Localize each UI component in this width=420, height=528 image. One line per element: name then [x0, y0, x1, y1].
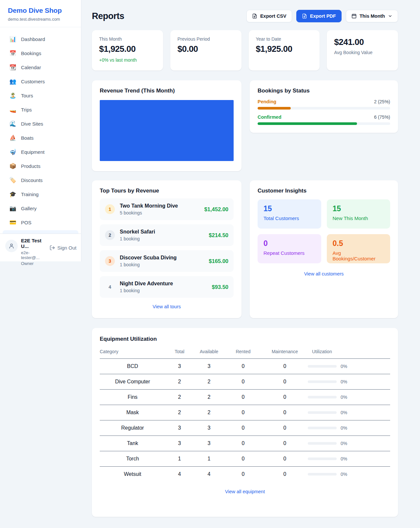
avatar [5, 240, 18, 252]
rank-badge: 1 [105, 204, 115, 214]
stat-card-this-month: This Month $1,925.00 +0% vs last month [92, 30, 163, 71]
utilization-cell: 0% [308, 379, 390, 384]
insight-grid: 15 Total Customers 15 New This Month 0 R… [258, 199, 390, 263]
status-value-confirmed: 6 (75%) [374, 114, 390, 120]
cell-total: 2 [165, 405, 194, 420]
user-name: E2E Test U... [21, 238, 47, 249]
stat-label: Previous Period [178, 36, 234, 42]
sidebar-item-gallery[interactable]: 📷 Gallery [0, 201, 81, 215]
sidebar-item-calendar[interactable]: 📆 Calendar [0, 60, 81, 74]
export-csv-button[interactable]: Export CSV [246, 10, 292, 22]
bookings-by-status-card: Bookings by Status Pending 2 (25%) Confi… [250, 80, 398, 133]
diving-mask-icon: 🤿 [9, 149, 16, 155]
sidebar-item-label: POS [21, 220, 32, 225]
credit-card-icon: 💳 [9, 219, 16, 226]
insight-tile-avg-bookings: 0.5 Avg Bookings/Customer [327, 234, 390, 263]
bookings-calendar-icon: 📅 [9, 50, 16, 57]
sidebar-item-label: Boats [21, 135, 33, 141]
sidebar-item-dive-sites[interactable]: 🌊 Dive Sites [0, 117, 81, 131]
utilization-bar [308, 365, 337, 368]
user-email: e2e-tester@... [21, 250, 47, 260]
sidebar-nav: 📊 Dashboard 📅 Bookings 📆 Calendar 👥 Cust… [0, 27, 81, 242]
sidebar-item-discounts[interactable]: 🏷️ Discounts [0, 173, 81, 187]
rank-badge: 3 [105, 256, 115, 266]
utilization-percent: 0% [341, 472, 347, 477]
cell-rented: 0 [224, 467, 262, 482]
sidebar-item-training[interactable]: 🎓 Training [0, 187, 81, 201]
view-all-equipment-link[interactable]: View all equipment [100, 489, 390, 494]
sidebar-item-bookings[interactable]: 📅 Bookings [0, 46, 81, 60]
status-row-confirmed: Confirmed 6 (75%) [258, 114, 390, 125]
cell-total: 1 [165, 451, 194, 467]
view-all-tours-link[interactable]: View all tours [100, 304, 234, 309]
table-row-dive-computer: Dive Computer 2 2 0 0 0% [100, 374, 390, 390]
tour-row-2: 2 Snorkel Safari 1 booking $214.50 [100, 224, 234, 246]
sidebar-item-equipment[interactable]: 🤿 Equipment [0, 145, 81, 159]
graduation-cap-icon: 🎓 [9, 191, 16, 198]
cell-category: Dive Computer [100, 374, 165, 390]
cell-rented: 0 [224, 451, 262, 467]
revenue-trend-title: Revenue Trend (This Month) [100, 88, 234, 94]
stat-value: $0.00 [178, 44, 234, 54]
col-maintenance: Maintenance [262, 349, 308, 359]
revenue-trend-card: Revenue Trend (This Month) [92, 80, 242, 171]
rank-badge: 4 [105, 282, 115, 292]
sidebar-item-tours[interactable]: 🏝️ Tours [0, 89, 81, 103]
sailboat-icon: ⛵ [9, 134, 16, 141]
sidebar-item-trips[interactable]: 🚤 Trips [0, 103, 81, 117]
cell-total: 2 [165, 390, 194, 405]
sign-out-button[interactable]: Sign Out [50, 245, 76, 251]
cell-available: 1 [194, 451, 224, 467]
tours-island-icon: 🏝️ [9, 92, 16, 99]
sidebar-item-label: Dashboard [21, 36, 45, 42]
sidebar-item-boats[interactable]: ⛵ Boats [0, 131, 81, 145]
tour-bookings: 1 booking [120, 288, 212, 293]
sidebar-header: Demo Dive Shop demo.test.divestreams.com [0, 0, 81, 27]
cell-available: 2 [194, 405, 224, 420]
utilization-percent: 0% [341, 364, 347, 369]
status-row-pending: Pending 2 (25%) [258, 99, 390, 110]
sidebar-item-customers[interactable]: 👥 Customers [0, 74, 81, 89]
utilization-bar [308, 473, 337, 476]
cell-maintenance: 0 [262, 436, 308, 451]
tour-row-1: 1 Two Tank Morning Dive 5 bookings $1,45… [100, 198, 234, 220]
stat-card-previous-period: Previous Period $0.00 [170, 30, 242, 71]
tour-row-3: 3 Discover Scuba Diving 1 booking $165.0… [100, 250, 234, 272]
utilization-percent: 0% [341, 379, 347, 384]
utilization-cell: 0% [308, 441, 390, 446]
sign-out-label: Sign Out [57, 245, 76, 251]
view-all-customers-link[interactable]: View all customers [258, 271, 390, 276]
insight-value: 15 [333, 204, 385, 213]
top-tours-title: Top Tours by Revenue [100, 188, 234, 194]
status-bar-track [258, 107, 390, 110]
trips-boat-icon: 🚤 [9, 106, 16, 113]
stat-cards: This Month $1,925.00 +0% vs last month P… [92, 30, 398, 71]
table-row-fins: Fins 2 2 0 0 0% [100, 390, 390, 405]
tour-amount: $1,452.00 [204, 206, 228, 213]
insight-label: Avg Bookings/Customer [333, 250, 385, 261]
sidebar-item-products[interactable]: 📦 Products [0, 159, 81, 173]
log-out-icon [50, 245, 55, 251]
reports-page: { "sidebar": { "title": "Demo Dive Shop"… [0, 0, 420, 528]
utilization-cell: 0% [308, 425, 390, 431]
period-select[interactable]: This Month [346, 10, 398, 22]
cell-rented: 0 [224, 374, 262, 390]
cell-maintenance: 0 [262, 390, 308, 405]
cell-total: 3 [165, 420, 194, 436]
stat-card-year-to-date: Year to Date $1,925.00 [249, 30, 320, 71]
bookings-by-status-title: Bookings by Status [258, 88, 390, 94]
status-bar-fill-pending [258, 107, 291, 110]
insight-tile-total-customers: 15 Total Customers [258, 199, 321, 229]
export-csv-label: Export CSV [260, 13, 286, 19]
cell-category: Wetsuit [100, 467, 165, 482]
sidebar-item-dashboard[interactable]: 📊 Dashboard [0, 32, 81, 46]
shop-subdomain: demo.test.divestreams.com [8, 17, 73, 22]
cell-available: 2 [194, 374, 224, 390]
insight-label: Total Customers [263, 215, 315, 221]
export-pdf-button[interactable]: Export PDF [296, 10, 342, 22]
insight-label: Repeat Customers [263, 250, 315, 256]
cell-total: 3 [165, 359, 194, 374]
sidebar-item-pos[interactable]: 💳 POS [0, 215, 81, 230]
top-tours-card: Top Tours by Revenue 1 Two Tank Morning … [92, 180, 242, 318]
col-rented: Rented [224, 349, 262, 359]
